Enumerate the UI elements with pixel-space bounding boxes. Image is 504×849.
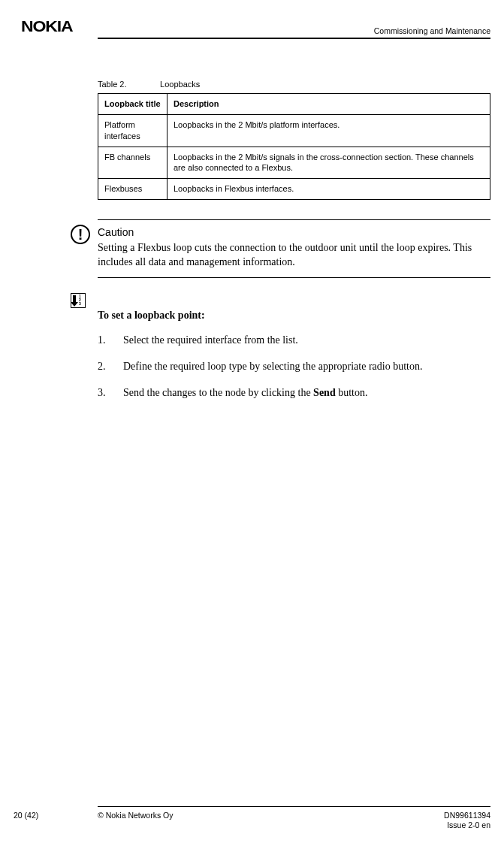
caution-block: ! Caution Setting a Flexbus loop cuts th… xyxy=(98,219,490,278)
caution-title: Caution xyxy=(98,226,490,238)
table-header-description: Description xyxy=(167,94,490,115)
table-cell-desc: Loopbacks in the 2 Mbit/s platform inter… xyxy=(167,114,490,147)
procedure-step: Define the required loop type by selecti… xyxy=(98,360,490,374)
procedure-step: Select the required interface from the l… xyxy=(98,334,490,348)
table-row: FB channels Loopbacks in the 2 Mbit/s si… xyxy=(98,147,490,179)
footer-docnum: DN99611394 xyxy=(444,811,490,821)
content-area: Table 2. Loopbacks Loopback title Descri… xyxy=(98,80,490,412)
header-rule xyxy=(98,38,490,39)
page-header: NOKIA Commissioning and Maintenance xyxy=(21,18,490,35)
steps-icon-wrap: 123 xyxy=(71,293,87,310)
procedure-step: Send the changes to the node by clicking… xyxy=(98,386,490,400)
footer-rule xyxy=(98,806,490,807)
table-cell-title: Platform interfaces xyxy=(98,114,167,147)
table-caption: Table 2. Loopbacks xyxy=(98,80,490,89)
loopbacks-table: Loopback title Description Platform inte… xyxy=(98,93,490,200)
header-section-title: Commissioning and Maintenance xyxy=(374,26,490,35)
procedure-title: To set a loopback point: xyxy=(98,310,490,322)
caution-icon: ! xyxy=(71,225,90,244)
table-row: Flexbuses Loopbacks in Flexbus interface… xyxy=(98,179,490,200)
numbered-steps-icon: 123 xyxy=(71,293,86,308)
table-cell-desc: Loopbacks in Flexbus interfaces. xyxy=(167,179,490,200)
nokia-logo: NOKIA xyxy=(21,18,72,35)
footer-issue: Issue 2-0 en xyxy=(444,820,490,831)
caution-body: Setting a Flexbus loop cuts the connecti… xyxy=(98,241,490,270)
footer-copyright: © Nokia Networks Oy xyxy=(98,811,444,820)
table-cell-title: FB channels xyxy=(98,147,167,179)
procedure-block: 123 To set a loopback point: Select the … xyxy=(98,310,490,400)
table-cell-title: Flexbuses xyxy=(98,179,167,200)
table-caption-title: Loopbacks xyxy=(160,80,200,89)
page-footer: 20 (42) © Nokia Networks Oy DN99611394 I… xyxy=(14,811,490,831)
table-caption-label: Table 2. xyxy=(98,80,158,89)
procedure-steps: Select the required interface from the l… xyxy=(98,334,490,400)
send-label-bold: Send xyxy=(313,387,336,398)
table-header-loopback-title: Loopback title xyxy=(98,94,167,115)
table-row: Platform interfaces Loopbacks in the 2 M… xyxy=(98,114,490,147)
caution-icon-wrap: ! xyxy=(71,225,90,244)
page: NOKIA Commissioning and Maintenance Tabl… xyxy=(0,0,504,849)
table-cell-desc: Loopbacks in the 2 Mbit/s signals in the… xyxy=(167,147,490,179)
footer-page-number: 20 (42) xyxy=(14,811,98,820)
footer-docinfo: DN99611394 Issue 2-0 en xyxy=(444,811,490,831)
